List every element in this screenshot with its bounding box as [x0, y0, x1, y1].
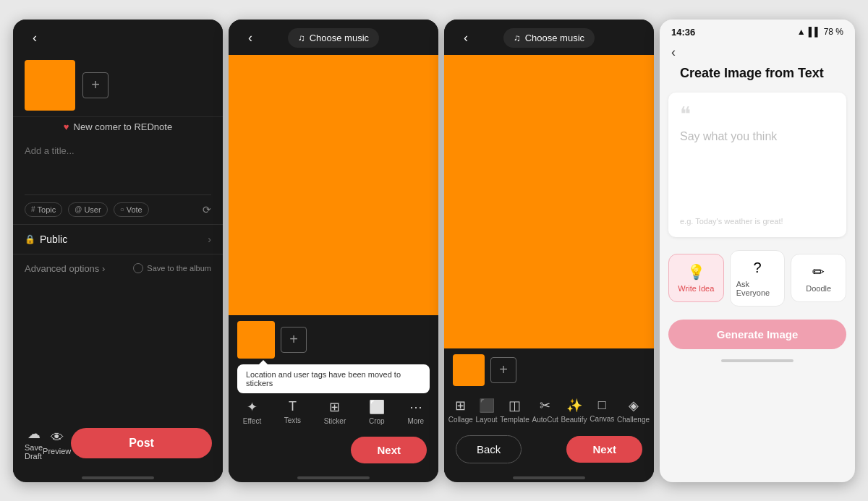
- home-indicator-p3: [513, 476, 585, 479]
- template-icon: ◫: [509, 398, 521, 414]
- tooltip-p2: Location and user tags have been moved t…: [237, 364, 430, 393]
- home-indicator-p2: [297, 476, 370, 479]
- phone-3: ‹ ♫ Choose music + ⊞ Collage ⬛ Layout ◫ …: [444, 20, 654, 482]
- quote-mark-icon: ❝: [680, 104, 835, 124]
- back-button-p2[interactable]: ‹: [240, 27, 260, 48]
- image-thumbnail[interactable]: [25, 60, 75, 111]
- challenge-label: Challenge: [617, 416, 650, 424]
- next-button-p2[interactable]: Next: [351, 437, 427, 463]
- sticker-label: Sticker: [324, 417, 346, 425]
- quote-placeholder[interactable]: Say what you think: [680, 130, 835, 211]
- effect-label: Effect: [243, 417, 261, 425]
- layout-tool[interactable]: ⬛ Layout: [476, 398, 498, 424]
- layout-icon: ⬛: [479, 398, 495, 414]
- tools-row-p3: ⊞ Collage ⬛ Layout ◫ Template ✂ AutoCut …: [444, 392, 654, 429]
- phone2-footer: Next: [229, 431, 438, 472]
- write-idea-card[interactable]: 💡 Write Idea: [668, 254, 724, 302]
- save-draft-icon: ☁: [27, 426, 41, 442]
- autocut-icon: ✂: [540, 398, 550, 414]
- effect-tool[interactable]: ✦ Effect: [243, 399, 261, 425]
- title-area-p4: Create Image from Text: [660, 66, 855, 87]
- title-input[interactable]: [25, 145, 211, 156]
- autocut-label: AutoCut: [532, 416, 558, 424]
- music-icon-p3: ♫: [514, 33, 521, 43]
- phone1-header: ‹: [13, 20, 223, 54]
- quote-card: ❝ Say what you think e.g. Today's weathe…: [668, 93, 846, 237]
- doodle-label: Doodle: [806, 284, 831, 293]
- collage-tool[interactable]: ⊞ Collage: [448, 398, 473, 424]
- collage-icon: ⊞: [455, 398, 466, 414]
- title-input-area: [13, 137, 223, 194]
- status-icons: ▲ ▌▌ 78 %: [797, 27, 843, 37]
- wifi-icon: ▲: [797, 27, 806, 37]
- effect-icon: ✦: [247, 399, 258, 415]
- phone3-header: ‹ ♫ Choose music: [444, 20, 654, 55]
- template-tool[interactable]: ◫ Template: [500, 398, 529, 424]
- generate-button[interactable]: Generate Image: [668, 320, 846, 349]
- phone4-header: ‹: [660, 40, 855, 66]
- film-add-button-p2[interactable]: +: [281, 327, 307, 353]
- next-button-p3[interactable]: Next: [566, 436, 642, 463]
- preview-label: Preview: [43, 447, 71, 455]
- texts-tool[interactable]: T Texts: [284, 399, 301, 424]
- image-area: +: [13, 54, 223, 116]
- film-add-button-p3[interactable]: +: [490, 357, 516, 383]
- sticker-icon: ⊞: [329, 399, 340, 415]
- preview-icon: 👁: [51, 430, 64, 445]
- back-button-p3[interactable]: ‹: [456, 27, 476, 48]
- phone-1: ‹ + ♥ New comer to REDnote # Topic @ Use…: [13, 20, 223, 482]
- texts-icon: T: [289, 399, 297, 414]
- crop-icon: ⬜: [369, 399, 385, 415]
- save-album-label: Save to the album: [147, 264, 211, 273]
- save-draft-button[interactable]: ☁ Save Draft: [25, 426, 43, 461]
- battery-icon: 78 %: [824, 27, 843, 37]
- crop-label: Crop: [369, 417, 385, 425]
- more-label: More: [407, 417, 424, 425]
- lock-icon: 🔒: [25, 234, 35, 244]
- template-label: Template: [500, 416, 529, 424]
- music-label-p2: Choose music: [310, 33, 369, 43]
- main-image-p3: [444, 55, 654, 348]
- post-button[interactable]: Post: [71, 428, 212, 458]
- tools-row-p2: ✦ Effect T Texts ⊞ Sticker ⬜ Crop ⋯ More: [229, 393, 438, 431]
- phone3-footer: Back Next: [444, 429, 654, 472]
- doodle-card[interactable]: ✏ Doodle: [791, 254, 846, 302]
- vote-label: Vote: [127, 205, 142, 214]
- spacer: [13, 283, 223, 419]
- advanced-label[interactable]: Advanced options ›: [25, 263, 105, 274]
- radio-button[interactable]: [133, 263, 143, 273]
- preview-button[interactable]: 👁 Preview: [43, 430, 71, 455]
- topic-tag[interactable]: # Topic: [25, 202, 62, 217]
- autocut-tool[interactable]: ✂ AutoCut: [532, 398, 558, 424]
- save-album-toggle[interactable]: Save to the album: [133, 263, 211, 273]
- phone2-header: ‹ ♫ Choose music: [229, 20, 438, 55]
- refresh-button[interactable]: ⟳: [203, 204, 211, 215]
- ask-everyone-card[interactable]: ? Ask Everyone: [730, 250, 786, 307]
- canvas-tool[interactable]: □ Canvas: [590, 398, 614, 423]
- write-idea-icon: 💡: [687, 263, 705, 281]
- user-tag[interactable]: @ User: [68, 202, 107, 217]
- music-title-p3[interactable]: ♫ Choose music: [503, 28, 595, 48]
- challenge-tool[interactable]: ◈ Challenge: [617, 398, 650, 424]
- beautify-tool[interactable]: ✨ Beautify: [561, 398, 587, 424]
- action-row-p4: 💡 Write Idea ? Ask Everyone ✏ Doodle: [660, 243, 855, 314]
- challenge-icon: ◈: [629, 398, 639, 414]
- film-thumbnail-p3[interactable]: [453, 354, 485, 386]
- back-pill-button-p3[interactable]: Back: [456, 435, 522, 463]
- canvas-label: Canvas: [590, 415, 614, 423]
- signal-icon: ▌▌: [809, 27, 821, 37]
- add-image-button[interactable]: +: [82, 72, 109, 98]
- welcome-text: New comer to REDnote: [74, 121, 173, 132]
- music-title-p2[interactable]: ♫ Choose music: [288, 28, 379, 48]
- beautify-label: Beautify: [561, 416, 587, 424]
- back-button-p4[interactable]: ‹: [671, 45, 676, 60]
- sticker-tool[interactable]: ⊞ Sticker: [324, 399, 346, 425]
- back-button[interactable]: ‹: [25, 28, 45, 48]
- vote-tag[interactable]: ○ Vote: [114, 202, 149, 217]
- more-tool[interactable]: ⋯ More: [407, 399, 424, 425]
- public-row[interactable]: 🔒 Public ›: [13, 224, 223, 254]
- crop-tool[interactable]: ⬜ Crop: [369, 399, 385, 425]
- save-draft-label: Save Draft: [25, 443, 43, 461]
- heart-icon: ♥: [64, 121, 69, 132]
- film-thumbnail-p2[interactable]: [237, 321, 275, 359]
